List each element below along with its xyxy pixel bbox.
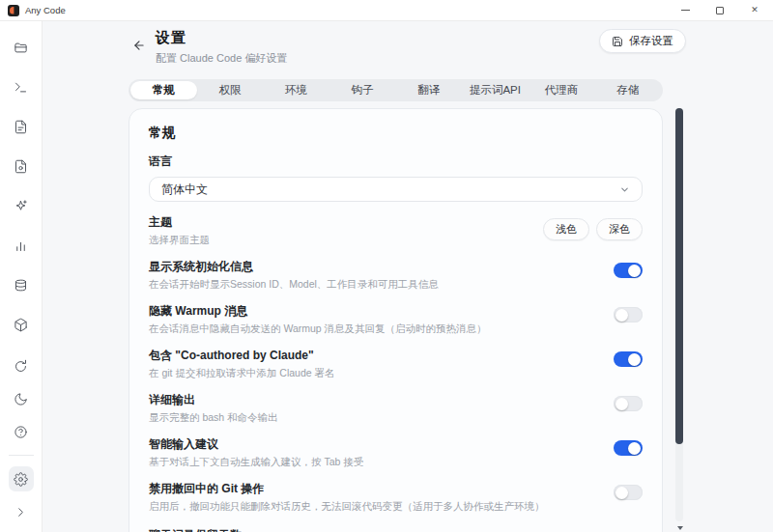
theme-option-button[interactable]: 浅色: [543, 218, 589, 240]
chevron-right-icon[interactable]: [9, 499, 34, 524]
general-settings-card: 常规 语言 简体中文 主题 选择界面主题 浅色深色 显示系统初始化信息 在会话开…: [129, 108, 663, 532]
toggle-switch[interactable]: [614, 263, 643, 278]
back-button[interactable]: [129, 35, 150, 56]
scroll-down-arrow-icon[interactable]: [677, 526, 683, 530]
arrow-left-icon: [132, 39, 146, 52]
moon-icon[interactable]: [9, 386, 34, 411]
tab-钩子[interactable]: 钩子: [329, 81, 396, 99]
chevron-down-icon: [619, 184, 630, 195]
tab-翻译[interactable]: 翻译: [396, 81, 463, 99]
maximize-button[interactable]: [713, 4, 727, 17]
folder-icon[interactable]: [9, 35, 34, 60]
sparkles-icon[interactable]: [9, 193, 34, 218]
tab-提示词API[interactable]: 提示词API: [462, 81, 529, 99]
settings-header: 设置 配置 Claude Code 偏好设置 保存设置: [129, 29, 686, 66]
sidebar-divider: [9, 455, 34, 456]
file-badge-icon[interactable]: [9, 154, 34, 179]
language-value: 简体中文: [161, 182, 208, 198]
window-controls: ✕: [678, 4, 765, 17]
setting-title: 隐藏 Warmup 消息: [149, 303, 487, 319]
setting-title: 智能输入建议: [149, 436, 363, 452]
setting-subtitle: 在会话消息中隐藏自动发送的 Warmup 消息及其回复（启动时的预热消息）: [149, 322, 487, 335]
toggle-switch[interactable]: [614, 307, 643, 322]
close-button[interactable]: ✕: [748, 4, 761, 17]
theme-subtitle: 选择界面主题: [149, 233, 210, 246]
setting-subtitle: 显示完整的 bash 和命令输出: [149, 410, 278, 424]
setting-title: 详细输出: [149, 392, 278, 407]
setting-row: 禁用撤回中的 Git 操作 启用后，撤回功能只能删除对话历史，无法回滚代码变更（…: [149, 481, 643, 513]
package-icon[interactable]: [9, 312, 34, 337]
tab-代理商[interactable]: 代理商: [529, 81, 595, 99]
retention-block: 聊天记录保留天数 本地保留聊天记录的时长（默认：30天）: [149, 527, 643, 532]
tab-环境[interactable]: 环境: [263, 81, 329, 99]
save-icon: [612, 36, 623, 47]
setting-row: 详细输出 显示完整的 bash 和命令输出: [149, 392, 643, 424]
gear-icon[interactable]: [9, 466, 34, 491]
setting-subtitle: 启用后，撤回功能只能删除对话历史，无法回滚代码变更（适用于多人协作或生产环境）: [149, 499, 545, 513]
settings-tabs: 常规 权限 环境 钩子 翻译 提示词API 代理商 存储: [129, 79, 663, 101]
page-title: 设置: [156, 29, 287, 47]
theme-option-button[interactable]: 深色: [596, 218, 643, 240]
toggle-switch[interactable]: [614, 351, 643, 367]
theme-label: 主题: [149, 214, 210, 230]
stack-icon[interactable]: [9, 272, 34, 297]
retention-label: 聊天记录保留天数: [149, 527, 643, 532]
save-settings-button[interactable]: 保存设置: [599, 29, 686, 53]
setting-row: 智能输入建议 基于对话上下文自动生成输入建议，按 Tab 接受: [149, 436, 643, 468]
setting-row: 显示系统初始化信息 在会话开始时显示Session ID、Model、工作目录和…: [149, 259, 643, 291]
language-label: 语言: [149, 154, 643, 170]
minimize-button[interactable]: [678, 4, 692, 17]
tab-权限[interactable]: 权限: [197, 81, 264, 99]
section-title: 常规: [149, 125, 643, 142]
setting-title: 包含 "Co-authored by Claude": [149, 348, 335, 363]
toggle-rows: 显示系统初始化信息 在会话开始时显示Session ID、Model、工作目录和…: [149, 259, 643, 513]
toggle-switch[interactable]: [614, 440, 643, 456]
theme-options: 浅色深色: [543, 214, 643, 240]
file-text-icon[interactable]: [9, 114, 34, 139]
page-title-block: 设置 配置 Claude Code 偏好设置: [156, 29, 287, 66]
bar-chart-icon[interactable]: [9, 233, 34, 258]
tab-常规[interactable]: 常规: [130, 81, 197, 99]
help-icon[interactable]: [9, 419, 34, 444]
setting-subtitle: 在会话开始时显示Session ID、Model、工作目录和可用工具信息: [149, 277, 439, 291]
sidebar-top-icons: [9, 35, 34, 337]
toggle-switch[interactable]: [614, 396, 643, 411]
app-window: Any Code ✕ 设置 配置 Claude Code 偏好设置 保存设置 常…: [0, 0, 773, 532]
terminal-icon[interactable]: [9, 74, 34, 99]
sidebar: [0, 21, 43, 532]
tab-存储[interactable]: 存储: [594, 81, 661, 99]
titlebar: Any Code ✕: [0, 0, 773, 21]
sidebar-bottom-icons: [9, 353, 34, 524]
scrollbar-track[interactable]: [675, 108, 683, 521]
setting-title: 显示系统初始化信息: [149, 259, 439, 274]
theme-text: 主题 选择界面主题: [149, 214, 210, 246]
theme-row: 主题 选择界面主题 浅色深色: [149, 214, 643, 246]
toggle-switch[interactable]: [614, 485, 643, 500]
scrollbar-thumb[interactable]: [675, 108, 683, 444]
save-settings-label: 保存设置: [629, 34, 673, 48]
app-logo-icon: [8, 5, 19, 16]
language-select[interactable]: 简体中文: [149, 177, 643, 202]
refresh-icon[interactable]: [9, 353, 34, 378]
app-title: Any Code: [25, 5, 66, 15]
setting-row: 隐藏 Warmup 消息 在会话消息中隐藏自动发送的 Warmup 消息及其回复…: [149, 303, 643, 335]
page-subtitle: 配置 Claude Code 偏好设置: [156, 51, 287, 66]
setting-subtitle: 基于对话上下文自动生成输入建议，按 Tab 接受: [149, 455, 363, 468]
setting-subtitle: 在 git 提交和拉取请求中添加 Claude 署名: [149, 366, 335, 379]
setting-row: 包含 "Co-authored by Claude" 在 git 提交和拉取请求…: [149, 348, 643, 379]
setting-title: 禁用撤回中的 Git 操作: [149, 481, 545, 496]
